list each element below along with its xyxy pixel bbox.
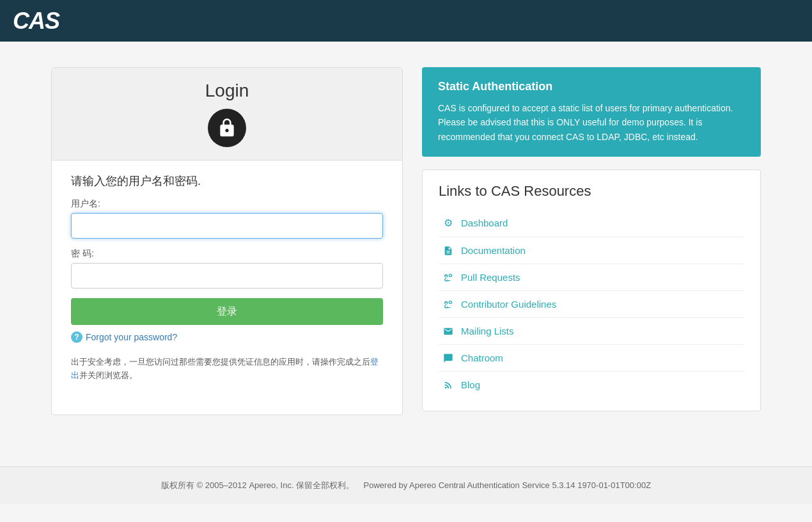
resource-item-mailing-lists: Mailing Lists: [439, 317, 744, 344]
resource-item-contributor: Contributor Guidelines: [439, 290, 744, 317]
username-input[interactable]: [71, 213, 383, 239]
login-title: Login: [65, 81, 389, 101]
static-auth-description: CAS is configured to accept a static lis…: [438, 101, 745, 144]
contributor-icon: [442, 299, 455, 310]
right-panel: Static Authentication CAS is configured …: [422, 67, 761, 411]
static-auth-box: Static Authentication CAS is configured …: [422, 67, 761, 157]
lock-icon: [208, 109, 246, 147]
password-group: 密 码:: [71, 248, 383, 289]
blog-link[interactable]: Blog: [461, 379, 480, 390]
file-icon: [442, 246, 455, 256]
username-group: 用户名:: [71, 198, 383, 239]
rss-icon: [442, 380, 455, 390]
powered-by-text: Powered by Apereo Central Authentication…: [364, 480, 652, 490]
pull-request-icon: [442, 273, 455, 283]
cas-logo: CAS: [13, 8, 59, 35]
cas-resources-box: Links to CAS Resources ⚙ Dashboard Docum…: [422, 170, 761, 411]
pull-requests-link[interactable]: Pull Requests: [461, 272, 520, 283]
resource-item-pull-requests: Pull Requests: [439, 264, 744, 290]
login-panel: Login 请输入您的用户名和密码. 用户名: 密 码: 登录: [51, 67, 403, 415]
login-form-area: 请输入您的用户名和密码. 用户名: 密 码: 登录 ? Forgot your …: [52, 161, 402, 395]
chat-icon: [442, 353, 455, 363]
chatroom-link[interactable]: Chatroom: [461, 352, 503, 363]
copyright-text: 版权所有 © 2005–2012 Apereo, Inc. 保留全部权利。: [161, 480, 354, 490]
password-label: 密 码:: [71, 248, 383, 260]
static-auth-title: Static Authentication: [438, 80, 745, 93]
lock-icon-container: [65, 109, 389, 147]
mailing-lists-link[interactable]: Mailing Lists: [461, 326, 514, 336]
mail-icon: [442, 326, 455, 336]
password-input[interactable]: [71, 263, 383, 289]
resource-list: ⚙ Dashboard Documentation: [439, 209, 744, 398]
resource-item-chatroom: Chatroom: [439, 344, 744, 371]
footer: 版权所有 © 2005–2012 Apereo, Inc. 保留全部权利。 Po…: [0, 466, 812, 504]
forgot-password-row: ? Forgot your password?: [71, 331, 383, 343]
gear-icon: ⚙: [442, 217, 455, 229]
dashboard-link[interactable]: Dashboard: [461, 217, 508, 228]
main-content: Login 请输入您的用户名和密码. 用户名: 密 码: 登录: [0, 42, 812, 441]
lock-svg: [217, 118, 237, 138]
forgot-password-link[interactable]: Forgot your password?: [86, 332, 177, 342]
help-icon: ?: [71, 331, 82, 343]
login-header: Login: [52, 68, 402, 161]
resource-item-dashboard: ⚙ Dashboard: [439, 209, 744, 237]
header: CAS: [0, 0, 812, 42]
contributor-guidelines-link[interactable]: Contributor Guidelines: [461, 299, 556, 310]
cas-resources-title: Links to CAS Resources: [439, 183, 744, 200]
security-notice: 出于安全考虑，一旦您访问过那些需要您提供凭证信息的应用时，请操作完成之后登出并关…: [71, 356, 383, 383]
login-button[interactable]: 登录: [71, 298, 383, 325]
resource-item-blog: Blog: [439, 371, 744, 398]
documentation-link[interactable]: Documentation: [461, 245, 526, 256]
login-subtitle: 请输入您的用户名和密码.: [71, 173, 383, 189]
resource-item-documentation: Documentation: [439, 237, 744, 264]
username-label: 用户名:: [71, 198, 383, 210]
